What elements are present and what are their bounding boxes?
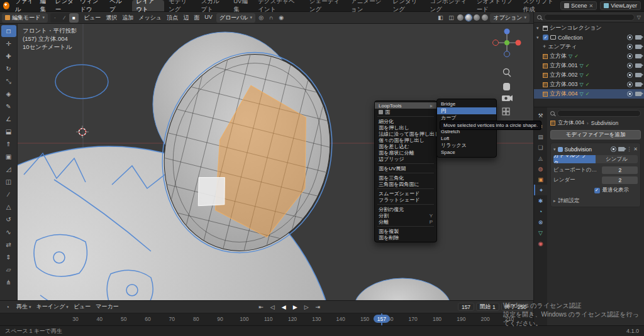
- outliner-search-input[interactable]: [544, 14, 635, 21]
- shear-tool[interactable]: ▱: [1, 264, 16, 276]
- hide-viewport-icon[interactable]: [627, 72, 633, 78]
- context-menu-item[interactable]: 法線に沿って面を押し出し: [375, 131, 436, 137]
- extrude-region-tool[interactable]: ⇑: [1, 138, 16, 150]
- poly-build-tool[interactable]: △: [1, 201, 16, 213]
- rendered-shading-icon[interactable]: [482, 14, 488, 21]
- context-menu-item[interactable]: 面を複製: [375, 228, 436, 234]
- workspace-tab[interactable]: レンダリング: [389, 0, 426, 11]
- checkbox-checked-icon[interactable]: ✓: [594, 188, 600, 193]
- physics-tab[interactable]: ◔: [534, 206, 547, 217]
- bevel-tool[interactable]: ◿: [1, 163, 16, 175]
- output-tab[interactable]: ▤: [534, 131, 547, 142]
- breadcrumb-modifier[interactable]: Subdivision: [591, 120, 618, 126]
- scene-tab[interactable]: ◬: [534, 153, 547, 163]
- mode-selector[interactable]: 編集モード ▾: [2, 13, 48, 23]
- modifier-header[interactable]: ▾ Subdivision ⋮ ✕: [553, 145, 638, 153]
- frame-end-field[interactable]: 終了 250: [501, 303, 530, 311]
- looptools-item[interactable]: 円: [437, 107, 496, 114]
- annotate-tool[interactable]: ✎: [1, 100, 16, 112]
- overlays-icon[interactable]: ◫: [447, 14, 455, 21]
- looptools-item[interactable]: Loft: [437, 135, 496, 142]
- viewport-levels-field[interactable]: 2: [602, 166, 638, 174]
- frame-start-field[interactable]: 開始 1: [476, 303, 499, 311]
- context-menu-item[interactable]: 三角面を四角面に: [375, 181, 436, 187]
- outliner-row[interactable]: 立方体.004▽✓: [534, 89, 644, 99]
- viewport-menu-item[interactable]: UV: [202, 14, 215, 22]
- rip-region-tool[interactable]: ⋔: [1, 276, 16, 288]
- context-menu-item[interactable]: 面を差し込む: [375, 143, 436, 149]
- workspace-tab[interactable]: レイアウト: [132, 0, 165, 11]
- modifiers-tab[interactable]: ✦: [534, 185, 547, 195]
- options-menu[interactable]: オプション ▾: [490, 13, 530, 23]
- wireframe-shading-icon[interactable]: [457, 14, 464, 21]
- blender-logo-icon[interactable]: [3, 2, 9, 9]
- app-menu-item[interactable]: ウィンドウ: [77, 0, 106, 11]
- scene-unlink-icon[interactable]: ✕: [589, 3, 593, 9]
- disable-render-icon[interactable]: [635, 73, 641, 77]
- current-frame-field[interactable]: 157: [458, 303, 474, 311]
- proportional-edit-icon[interactable]: ◉: [277, 14, 286, 21]
- workspace-tab[interactable]: テクスチャペイント: [253, 0, 305, 11]
- material-shading-icon[interactable]: [474, 14, 480, 21]
- disable-render-icon[interactable]: [635, 35, 641, 40]
- inset-faces-tool[interactable]: ▣: [1, 151, 16, 163]
- context-menu-item[interactable]: 面を三角化: [375, 175, 436, 181]
- move-tool[interactable]: ✚: [1, 50, 16, 62]
- disable-render-icon[interactable]: [635, 54, 641, 58]
- filter-icon[interactable]: ▽: [637, 14, 641, 20]
- material-tab[interactable]: ◉: [534, 238, 547, 249]
- outliner-row[interactable]: +エンプティ: [534, 42, 644, 51]
- breadcrumb-object[interactable]: 立方体.004: [558, 119, 584, 127]
- edge-slide-tool[interactable]: ⇄: [1, 239, 16, 251]
- play-button[interactable]: ▶: [291, 303, 300, 312]
- extras-icon[interactable]: ⋮: [626, 146, 631, 152]
- data-tab[interactable]: ▽: [534, 227, 547, 238]
- timeline-menu-item[interactable]: キーイング▾: [34, 303, 71, 311]
- scene-selector[interactable]: Scene ✕: [560, 1, 597, 10]
- rotate-tool[interactable]: ↻: [1, 63, 16, 75]
- hide-viewport-icon[interactable]: [627, 63, 633, 68]
- transform-tool[interactable]: ◈: [1, 88, 16, 100]
- select-box-tool[interactable]: □: [1, 25, 16, 37]
- hide-viewport-icon[interactable]: [627, 53, 633, 59]
- close-icon[interactable]: ✕: [633, 146, 638, 152]
- hide-viewport-icon[interactable]: [627, 82, 633, 87]
- viewport-visibility-icon[interactable]: [611, 146, 616, 152]
- context-menu-item[interactable]: 個々の面を押し出し: [375, 137, 436, 143]
- disable-render-icon[interactable]: [635, 45, 641, 49]
- snap-magnet-icon[interactable]: ∩: [267, 14, 275, 21]
- outliner-row[interactable]: ▾✓Collection: [534, 33, 644, 42]
- previous-keyframe-button[interactable]: ◁: [268, 303, 277, 312]
- context-menu-item[interactable]: フラットシェード: [375, 197, 436, 203]
- disable-render-icon[interactable]: [635, 82, 641, 87]
- tool-tab[interactable]: ⚒: [534, 110, 547, 121]
- render-visibility-icon[interactable]: [618, 147, 625, 151]
- workspace-tab[interactable]: スクリプト作成: [519, 0, 560, 11]
- context-menu-item[interactable]: 面: [375, 109, 436, 115]
- context-menu-item[interactable]: 細分化: [375, 118, 436, 124]
- timeline-menu-item[interactable]: マーカー: [93, 303, 121, 311]
- app-menu-item[interactable]: レンダー: [52, 0, 77, 11]
- loop-cut-tool[interactable]: ◫: [1, 176, 16, 188]
- disable-render-icon[interactable]: [635, 63, 641, 68]
- play-reverse-button[interactable]: ◀: [279, 303, 289, 312]
- app-menu-item[interactable]: ファイル: [12, 0, 37, 11]
- app-menu-item[interactable]: 編集: [36, 0, 52, 11]
- outliner-row[interactable]: 立方体▽✓: [534, 51, 644, 61]
- viewport-menu-item[interactable]: メッシュ: [136, 14, 164, 22]
- next-keyframe-button[interactable]: ▷: [302, 303, 311, 312]
- context-menu-item[interactable]: 分割の復元: [375, 206, 436, 212]
- particles-tab[interactable]: ✱: [534, 195, 547, 206]
- expand-caret-icon[interactable]: ▾: [536, 26, 541, 31]
- timeline-menu-item[interactable]: 再生▾: [14, 303, 34, 311]
- timeline-menu-item[interactable]: ビュー: [71, 303, 93, 311]
- viewport-menu-item[interactable]: 辺: [180, 14, 191, 22]
- context-menu-item[interactable]: 面を扇状に分離: [375, 149, 436, 156]
- context-menu-item[interactable]: 面を押し出し: [375, 124, 436, 131]
- view-layer-tab[interactable]: ❏: [534, 142, 547, 153]
- shrink-flatten-tool[interactable]: ⇕: [1, 251, 16, 263]
- looptools-item[interactable]: Space: [437, 149, 496, 156]
- world-tab[interactable]: ◍: [534, 163, 547, 174]
- show-gizmo-icon[interactable]: ◧: [436, 14, 445, 21]
- viewport-menu-item[interactable]: 面: [191, 14, 202, 22]
